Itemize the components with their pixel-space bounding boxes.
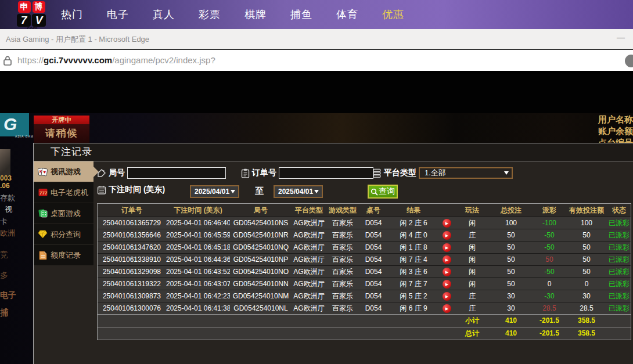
replay-video-icon[interactable]: ▶ [443,268,451,276]
left-fragment: 003 [0,174,12,182]
left-fragment: 视 [5,204,12,215]
sidebar-item-table-games[interactable]: 桌面游戏 [34,203,93,224]
cell-table-no: D054 [359,266,388,277]
cell-payout: -50 [532,266,567,277]
site-navbar: 申 博 7 V .com 热门 电子 真人 彩票 棋牌 捕鱼 体育 优惠 [0,0,633,29]
platform-type-select[interactable]: 1.全部 [419,167,513,179]
minimize-button[interactable]: — [617,33,625,42]
cell-total-bet: 30 [490,302,532,314]
url-text[interactable]: https://gci.7vvvvvv.com/agingame/pcv2/in… [17,55,215,65]
nav-item-live[interactable]: 真人 [153,8,175,21]
cell-total-bet: 50 [490,242,532,253]
cell-valid-bet: 0 [567,278,606,290]
total-payout: -201.5 [532,327,567,340]
cell-bet-time: 2025-04-01 06:43:07 [166,278,230,290]
subtotal-valid: 358.5 [567,315,606,327]
replay-video-icon[interactable]: ▶ [443,231,451,240]
cell-table-no: D054 [359,290,388,302]
cell-platform: AG欧洲厅 [292,242,326,253]
col-header: 派彩 [532,204,567,217]
cell-platform: AG欧洲厅 [292,217,326,229]
cell-game-type: 百家乐 [326,266,359,277]
browser-settings-icon[interactable] [625,55,633,67]
cell-bet-time: 2025-04-01 06:46:40 [166,217,230,229]
col-header: 订单号 [98,204,166,217]
site-logo[interactable]: 申 博 7 V .com [16,1,47,29]
table-row: 250401061356646 2025-04-01 06:45:59 GD05… [98,229,631,241]
panel-title: 下注记录 [34,143,633,161]
cell-play-type: 闲 [454,242,490,253]
cell-payout: 0 [532,278,567,290]
cell-round-no: GD054254010NP [230,254,292,265]
cell-game-type: 百家乐 [326,254,359,265]
cell-round-no: GD054254010NN [230,278,292,290]
cell-table-no: D054 [359,254,388,265]
cell-payout: -100 [532,217,567,229]
window-title: Asia Gaming - 用户配置 1 - Microsoft Edge [6,34,149,45]
sidebar-item-live-games[interactable]: K♥ 视讯游戏 [34,161,93,182]
cell-total-bet: 50 [490,229,532,241]
left-fragment: 电子 [0,290,16,301]
platform-type-label: 平台类型 [384,168,416,178]
replay-video-icon[interactable]: ▶ [443,243,451,252]
nav-item-fishing[interactable]: 捕鱼 [290,8,312,21]
site-nav-items: 热门 电子 真人 彩票 棋牌 捕鱼 体育 优惠 [61,0,404,29]
col-header: 局号 [230,204,292,217]
nav-item-lottery[interactable]: 彩票 [199,8,221,21]
nav-item-slots[interactable]: 电子 [107,8,129,21]
date-to-picker[interactable]: 2025/04/01 [274,185,323,198]
query-button[interactable]: 查询 [368,185,398,199]
nav-item-sports[interactable]: 体育 [336,8,358,21]
cell-play-type: 庄 [454,290,490,302]
replay-video-icon[interactable]: ▶ [443,304,451,313]
cell-round-no: GD054254010NO [230,266,292,277]
cell-payout: -30 [532,290,567,302]
order-no-label: 订单号 [252,168,276,178]
cell-game-type: 百家乐 [326,229,359,241]
replay-video-icon[interactable]: ▶ [443,219,451,228]
sidebar-item-label: 视讯游戏 [51,167,81,177]
nav-item-promo[interactable]: 优惠 [382,8,404,21]
cell-total-bet: 100 [490,217,532,229]
replay-video-icon[interactable]: ▶ [443,292,451,301]
sidebar-item-quota[interactable]: 额度记录 [34,245,93,265]
logo-tile-v: V [32,14,46,27]
svg-text:777: 777 [39,190,48,196]
round-no-input[interactable] [127,167,226,179]
cell-result: 闲 3 庄 6 [388,266,439,277]
sidebar-item-label: 额度记录 [51,250,81,261]
order-no-input[interactable] [279,167,373,179]
panel-content: 局号 订单号 平台类型 [93,161,633,364]
cell-payout: 28.5 [532,302,567,314]
cell-table-no: D054 [359,278,388,290]
cell-payout: -50 [532,229,567,241]
address-bar[interactable]: https://gci.7vvvvvv.com/agingame/pcv2/in… [0,50,633,73]
cell-total-bet: 50 [490,266,532,277]
cell-play-type: 闲 [454,217,490,229]
nav-item-cards[interactable]: 棋牌 [244,8,267,21]
sidebar-item-points[interactable]: 积分查询 [34,224,93,244]
document-icon [38,250,48,260]
sidebar-item-slots[interactable]: 777 电子老虎机 [34,182,93,203]
replay-video-icon[interactable]: ▶ [443,280,451,289]
cell-table-no: D054 [359,217,388,229]
logo-tile-7: 7 [17,14,31,27]
logo-badge-bo: 博 [33,1,45,13]
svg-text:♥: ♥ [44,170,46,175]
table-games-icon [38,208,48,218]
cell-order-no: 250401061319322 [98,278,166,290]
date-from-picker[interactable]: 2025/04/01 [190,185,239,198]
total-label: 总计 [454,327,490,340]
replay-video-icon[interactable]: ▶ [443,255,451,264]
platform-list-icon [372,168,382,178]
nav-item-hot[interactable]: 热门 [61,8,83,21]
cell-order-no: 250401061356646 [98,229,166,241]
cell-status: 已派彩 [606,302,632,314]
cell-bet-time: 2025-04-01 06:44:36 [166,254,230,265]
lock-icon [3,56,12,68]
cell-order-no: 250401061300076 [98,302,166,314]
col-header: 有效投注额 [567,204,606,217]
bet-records-table: 订单号 下注时间 (美东) 局号 平台类型 游戏类型 桌号 结果 玩法 总投注 … [97,203,631,340]
cell-play-type: 闲 [454,254,490,265]
cell-bet-time: 2025-04-01 06:45:59 [166,229,230,241]
